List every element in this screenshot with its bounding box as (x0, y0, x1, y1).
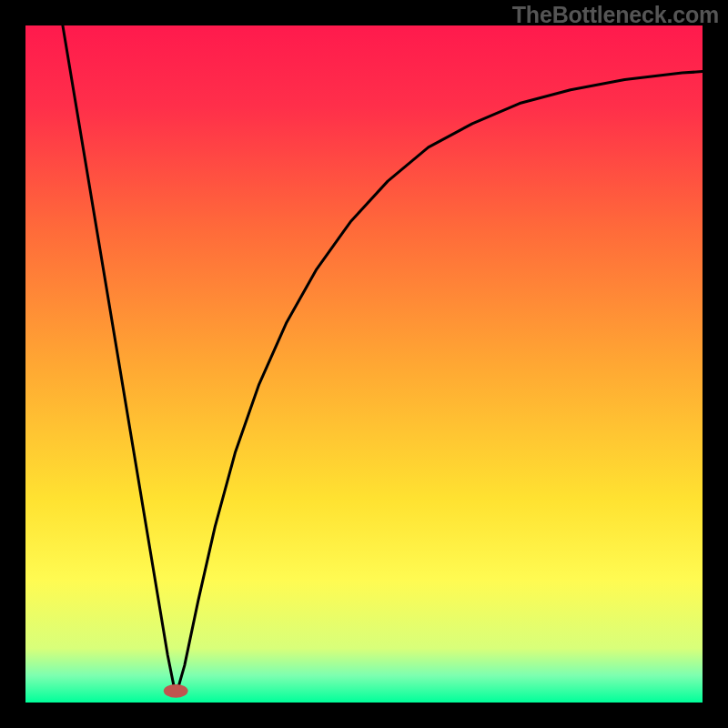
chart-frame: TheBottleneck.com (0, 0, 728, 728)
minimum-marker (164, 684, 188, 698)
gradient-background (25, 25, 703, 703)
chart-canvas (25, 25, 703, 703)
watermark-text: TheBottleneck.com (512, 2, 719, 28)
plot-area (25, 25, 703, 703)
